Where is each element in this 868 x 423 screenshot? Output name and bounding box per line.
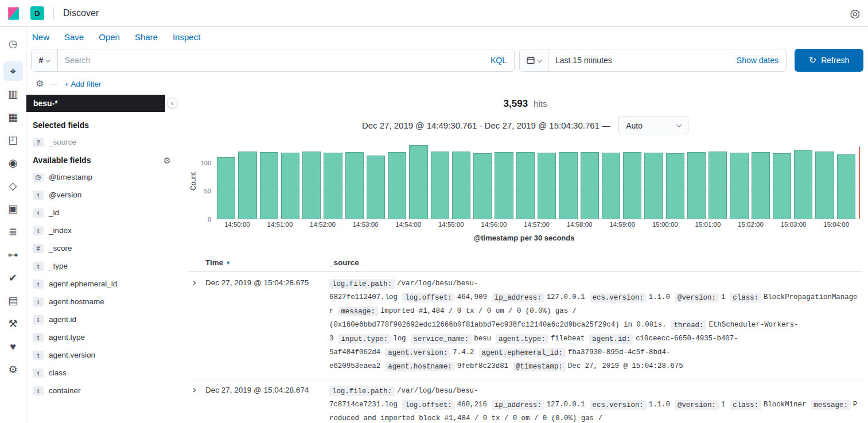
time-column-header[interactable]: Time▼ (205, 258, 329, 267)
histogram-bar[interactable] (409, 145, 427, 219)
save-button[interactable]: Save (64, 32, 84, 42)
histogram-bar[interactable] (302, 152, 321, 219)
add-filter-button[interactable]: + Add filter (64, 80, 101, 88)
agent.hostname[interactable]: t agent.hostname (26, 293, 180, 311)
agent.ephemeral_id[interactable]: t agent.ephemeral_id (26, 275, 180, 293)
histogram-bar[interactable] (752, 152, 770, 219)
time-range-value[interactable]: Last 15 minutes (548, 56, 729, 65)
logs-icon[interactable]: ≣ (3, 222, 23, 242)
inspect-button[interactable]: Inspect (173, 32, 200, 42)
field-name-badge: agent.id: (589, 334, 633, 344)
field-type-badge: t (33, 280, 44, 289)
field-type-badge: t (33, 351, 44, 360)
_type[interactable]: t _type (26, 257, 180, 275)
header-menu-icon[interactable]: ◎ (850, 7, 860, 19)
histogram-bar[interactable] (602, 153, 620, 219)
apm-icon[interactable]: ⊶ (3, 245, 23, 265)
class[interactable]: t class (26, 364, 180, 382)
histogram-bar[interactable] (473, 153, 492, 219)
kql-toggle[interactable]: KQL (483, 49, 514, 71)
dev-tools-icon[interactable]: ⚒ (3, 314, 23, 333)
container[interactable]: t container (26, 382, 180, 399)
histogram-bar[interactable] (730, 153, 748, 219)
histogram-bar[interactable] (687, 152, 706, 219)
agent.id[interactable]: t agent.id (26, 311, 180, 328)
new-button[interactable]: New (32, 32, 49, 42)
_source[interactable]: ? _source (26, 133, 180, 151)
histogram-bar[interactable] (837, 154, 855, 219)
histogram-bar[interactable] (260, 152, 278, 219)
histogram-bar[interactable] (238, 152, 256, 219)
filter-options-gear-icon[interactable]: ⚙ (36, 79, 44, 88)
expand-row-button[interactable]: › (188, 277, 205, 288)
available-fields-heading: Available fields (26, 156, 91, 165)
agent.type[interactable]: t agent.type (26, 328, 180, 346)
histogram-bar[interactable] (666, 153, 684, 219)
metrics-icon[interactable]: ▣ (3, 199, 23, 219)
management-icon[interactable]: ⚙ (3, 360, 23, 379)
app-navigation-rail: ◷ ⌖ ▥ ▦ ◰ ◉ (0, 27, 26, 423)
space-avatar[interactable]: D (30, 6, 44, 20)
x-axis-title: @timestamp per 30 seconds (188, 234, 860, 242)
field-name-badge: log.file.path: (329, 386, 395, 396)
search-input[interactable] (58, 49, 483, 71)
histogram-bar[interactable] (495, 152, 513, 219)
histogram-bar[interactable] (388, 152, 406, 219)
field-name-badge: log.file.path: (329, 279, 395, 289)
discover-icon[interactable]: ⌖ (3, 61, 23, 81)
refresh-button[interactable]: ↻ Refresh (795, 49, 863, 72)
x-tick-label: 14:53:00 (353, 221, 379, 228)
histogram-bar[interactable] (794, 150, 812, 219)
share-button[interactable]: Share (135, 32, 158, 42)
agent.version[interactable]: t agent.version (26, 346, 180, 364)
field-value: 9febf8c23d81 (457, 362, 508, 370)
x-tick-label: 15:00:00 (652, 221, 678, 228)
histogram-bar[interactable] (623, 152, 641, 219)
index-pattern-selector[interactable]: besu-* (26, 95, 165, 112)
page-title: Discover (63, 8, 99, 18)
discover-toolbar: New Save Open Share Inspect (26, 27, 868, 46)
dashboard-icon[interactable]: ▦ (3, 107, 23, 127)
collapse-sidebar-button[interactable]: ‹ (167, 98, 178, 108)
recently-viewed-icon[interactable]: ◷ (3, 34, 23, 53)
histogram-bar[interactable] (644, 153, 663, 219)
histogram-bar[interactable] (559, 152, 577, 219)
@timestamp[interactable]: ◷ @timestamp (26, 168, 180, 186)
histogram-bar[interactable] (281, 153, 299, 219)
_id[interactable]: t _id (26, 204, 180, 222)
histogram-bar[interactable] (345, 152, 364, 219)
@version[interactable]: t @version (26, 186, 180, 204)
field-name-badge: ip_address: (492, 400, 544, 410)
expand-row-button[interactable]: › (188, 384, 205, 395)
uptime-icon[interactable]: ✔ (3, 268, 23, 288)
canvas-icon[interactable]: ◰ (3, 130, 23, 150)
x-tick-label: 14:57:00 (524, 221, 550, 228)
field-settings-gear-icon[interactable]: ⚙ (164, 156, 171, 165)
histogram-bar[interactable] (324, 153, 342, 219)
_index[interactable]: t _index (26, 222, 180, 239)
histogram-bar[interactable] (452, 152, 470, 219)
interval-select[interactable]: Auto (618, 117, 688, 134)
histogram-bar[interactable] (709, 152, 727, 219)
calendar-button[interactable] (520, 49, 548, 71)
visualize-icon[interactable]: ▥ (3, 84, 23, 104)
histogram-bar[interactable] (516, 152, 535, 219)
stack-monitoring-icon[interactable]: ♥ (3, 337, 23, 356)
open-button[interactable]: Open (99, 32, 120, 42)
histogram-bar[interactable] (815, 152, 834, 219)
kibana-logo[interactable] (6, 6, 21, 21)
row-timestamp: Dec 27, 2019 @ 15:04:28.675 (205, 277, 329, 287)
_score[interactable]: # _score (26, 239, 180, 257)
machine-learning-icon[interactable]: ◇ (3, 176, 23, 196)
histogram-bar[interactable] (581, 152, 599, 219)
histogram-bar[interactable] (367, 156, 385, 219)
siem-icon[interactable]: ▤ (3, 291, 23, 311)
histogram-bar[interactable] (431, 152, 449, 219)
histogram-bar[interactable] (773, 153, 791, 219)
maps-icon[interactable]: ◉ (3, 153, 23, 173)
histogram-bar[interactable] (217, 157, 235, 219)
histogram-bar[interactable] (538, 153, 556, 219)
show-dates-link[interactable]: Show dates (729, 56, 786, 65)
field-value: 1.1.0 (649, 401, 670, 409)
saved-query-menu-button[interactable]: # (32, 49, 58, 71)
